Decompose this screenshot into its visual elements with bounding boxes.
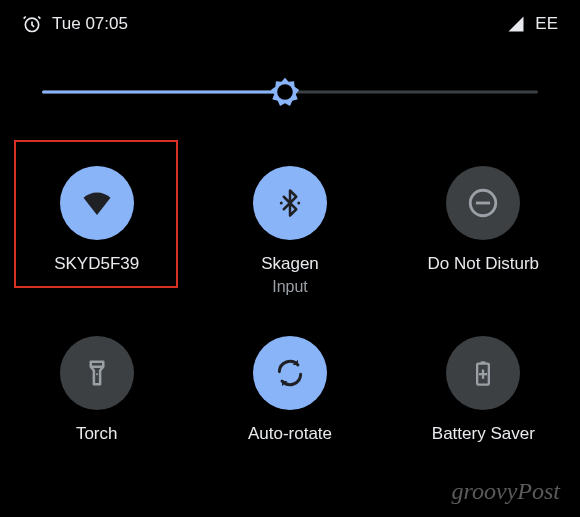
svg-point-2 [280,202,283,205]
bluetooth-icon [275,188,305,218]
tile-wifi: SKYD5F39 [0,156,193,326]
tile-torch: Torch [0,326,193,496]
bluetooth-toggle[interactable] [253,166,327,240]
brightness-icon [268,75,302,109]
alarm-icon [22,14,42,34]
battery-toggle[interactable] [446,336,520,410]
tile-bluetooth: SkagenInput [193,156,386,326]
tile-autorotate: Auto-rotate [193,326,386,496]
wifi-toggle[interactable] [60,166,134,240]
carrier-label: EE [535,14,558,34]
brightness-thumb[interactable] [268,75,302,109]
dnd-icon [466,186,500,220]
autorotate-label: Auto-rotate [248,424,332,444]
brightness-slider[interactable] [42,72,538,112]
signal-icon [507,15,525,33]
dnd-toggle[interactable] [446,166,520,240]
autorotate-toggle[interactable] [253,336,327,410]
svg-point-1 [277,84,293,100]
status-bar: Tue 07:05 EE [0,0,580,40]
dnd-label: Do Not Disturb [428,254,539,274]
battery-saver-icon [469,359,497,387]
torch-icon [82,358,112,388]
tile-dnd: Do Not Disturb [387,156,580,326]
autorotate-icon [274,357,306,389]
brightness-fill [42,91,285,94]
bluetooth-sublabel: Input [272,278,308,296]
battery-label: Battery Saver [432,424,535,444]
bluetooth-label: Skagen [261,254,319,274]
svg-point-7 [96,373,98,375]
quick-settings-tiles: SKYD5F39SkagenInputDo Not DisturbTorchAu… [0,136,580,496]
status-day-time: Tue 07:05 [52,14,128,34]
torch-label: Torch [76,424,118,444]
tile-battery: Battery Saver [387,326,580,496]
torch-toggle[interactable] [60,336,134,410]
wifi-label: SKYD5F39 [54,254,139,274]
svg-point-3 [297,202,300,205]
svg-rect-9 [481,361,486,363]
wifi-icon [79,185,115,221]
